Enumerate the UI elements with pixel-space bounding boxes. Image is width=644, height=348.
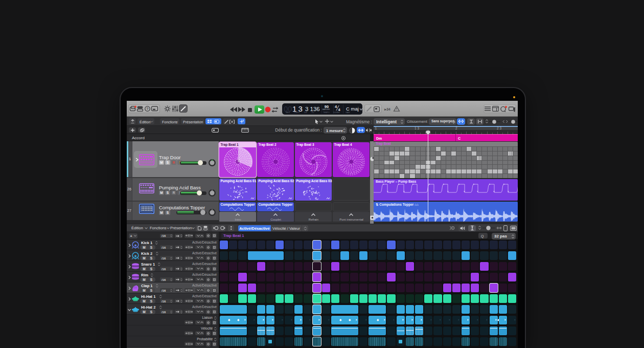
svg-text:?: ? [146,107,148,111]
